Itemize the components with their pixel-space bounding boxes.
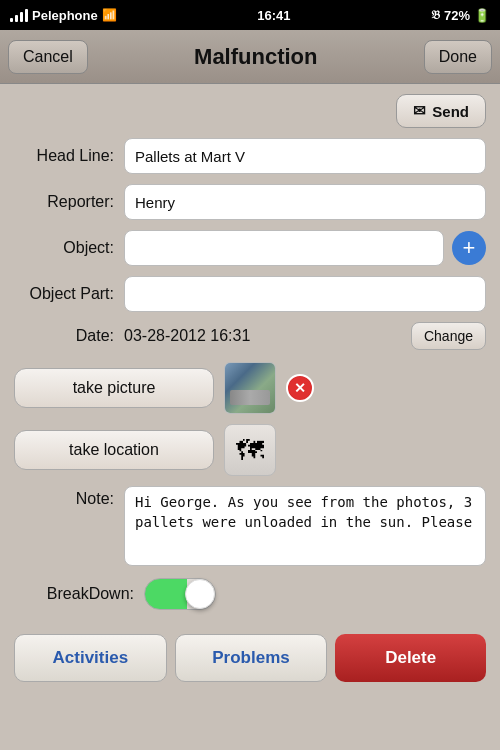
breakdown-row: BreakDown: xyxy=(14,578,486,610)
content-area: ✉ Send Head Line: Reporter: Object: + Ob… xyxy=(0,84,500,634)
take-picture-row: take picture xyxy=(14,362,486,414)
reporter-row: Reporter: xyxy=(14,184,486,220)
send-label: Send xyxy=(432,103,469,120)
date-row: Date: 03-28-2012 16:31 Change xyxy=(14,322,486,350)
change-date-button[interactable]: Change xyxy=(411,322,486,350)
object-input[interactable] xyxy=(124,230,444,266)
object-add-button[interactable]: + xyxy=(452,231,486,265)
note-row: Note: Hi George. As you see from the pho… xyxy=(14,486,486,566)
bottom-bar: Activities Problems Delete xyxy=(0,634,500,682)
take-picture-button[interactable]: take picture xyxy=(14,368,214,408)
object-part-input[interactable] xyxy=(124,276,486,312)
object-label: Object: xyxy=(14,239,124,257)
status-right: 𝔅 72% 🔋 xyxy=(431,8,490,23)
toggle-thumb xyxy=(185,579,215,609)
take-location-button[interactable]: take location xyxy=(14,430,214,470)
battery-label: 72% xyxy=(444,8,470,23)
wifi-icon: 📶 xyxy=(102,8,117,22)
page-title: Malfunction xyxy=(88,44,424,70)
send-row: ✉ Send xyxy=(14,94,486,128)
reporter-input[interactable] xyxy=(124,184,486,220)
map-icon: 🗺 xyxy=(236,434,264,467)
problems-button[interactable]: Problems xyxy=(175,634,328,682)
take-location-row: take location 🗺 xyxy=(14,424,486,476)
object-input-group: + xyxy=(124,230,486,266)
remove-picture-button[interactable] xyxy=(286,374,314,402)
time-label: 16:41 xyxy=(257,8,290,23)
thumbnail-image xyxy=(225,363,275,413)
bluetooth-icon: 𝔅 xyxy=(431,8,440,22)
note-textarea[interactable]: Hi George. As you see from the photos, 3… xyxy=(124,486,486,566)
note-label: Note: xyxy=(14,486,124,508)
breakdown-toggle[interactable] xyxy=(144,578,216,610)
send-button[interactable]: ✉ Send xyxy=(396,94,486,128)
date-label: Date: xyxy=(14,327,124,345)
headline-input[interactable] xyxy=(124,138,486,174)
battery-icon: 🔋 xyxy=(474,8,490,23)
picture-thumbnail xyxy=(224,362,276,414)
object-part-label: Object Part: xyxy=(14,285,124,303)
carrier-label: Pelephone xyxy=(32,8,98,23)
status-bar: Pelephone 📶 16:41 𝔅 72% 🔋 xyxy=(0,0,500,30)
headline-label: Head Line: xyxy=(14,147,124,165)
date-value: 03-28-2012 16:31 xyxy=(124,327,411,345)
cancel-button[interactable]: Cancel xyxy=(8,40,88,74)
signal-icon xyxy=(10,8,28,22)
delete-button[interactable]: Delete xyxy=(335,634,486,682)
map-icon-button[interactable]: 🗺 xyxy=(224,424,276,476)
envelope-icon: ✉ xyxy=(413,102,426,120)
object-part-row: Object Part: xyxy=(14,276,486,312)
nav-bar: Cancel Malfunction Done xyxy=(0,30,500,84)
activities-button[interactable]: Activities xyxy=(14,634,167,682)
breakdown-label: BreakDown: xyxy=(14,585,144,603)
reporter-label: Reporter: xyxy=(14,193,124,211)
status-left: Pelephone 📶 xyxy=(10,8,117,23)
headline-row: Head Line: xyxy=(14,138,486,174)
object-row: Object: + xyxy=(14,230,486,266)
done-button[interactable]: Done xyxy=(424,40,492,74)
